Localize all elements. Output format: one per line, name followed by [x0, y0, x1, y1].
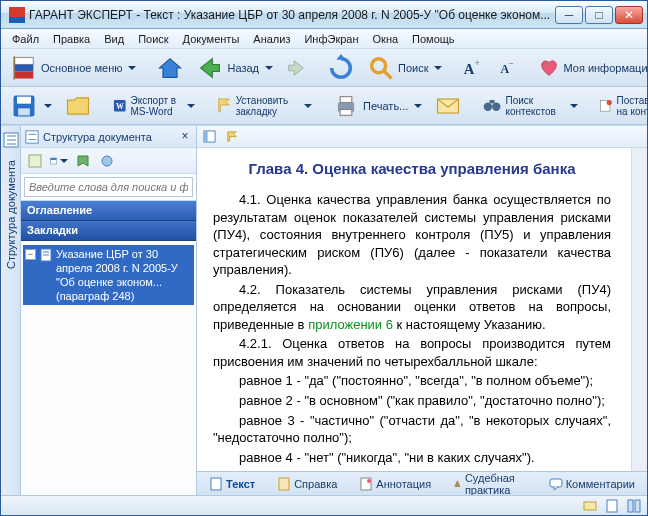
tab-reference[interactable]: Справка — [273, 475, 341, 493]
document-body[interactable]: Глава 4. Оценка качества управления банк… — [197, 148, 631, 471]
structure-panel-close[interactable]: × — [178, 130, 192, 144]
link-appendix-6a[interactable]: приложении 6 — [308, 317, 393, 332]
document-tabs: Текст Справка Аннотация Судебная практик… — [197, 471, 647, 495]
structure-panel: Структура документа × Оглавление Закладк… — [21, 126, 197, 495]
email-icon — [434, 92, 462, 120]
menu-help[interactable]: Помощь — [405, 31, 462, 47]
doc-tool-1[interactable] — [201, 129, 217, 145]
my-info-button[interactable]: Моя информация — [533, 52, 648, 84]
vertical-scrollbar[interactable] — [631, 148, 647, 471]
para-4-2: 4.2. Показатель системы управления риска… — [213, 281, 611, 334]
chapter-heading: Глава 4. Оценка качества управления банк… — [213, 160, 611, 177]
app-icon — [9, 7, 25, 23]
sp-tool-1[interactable] — [25, 151, 45, 171]
svg-rect-38 — [51, 158, 57, 160]
svg-rect-64 — [550, 479, 562, 487]
open-button[interactable] — [59, 90, 97, 122]
sp-tool-3[interactable] — [73, 151, 93, 171]
structure-search — [21, 174, 196, 201]
judicial-icon — [453, 477, 462, 491]
side-tab-strip: Структура документа — [1, 126, 21, 495]
app-window: ГАРАНТ ЭКСПЕРТ - Текст : Указание ЦБР от… — [0, 0, 648, 516]
document-mini-toolbar — [197, 126, 647, 148]
email-button[interactable] — [429, 90, 467, 122]
scale-eq4: равное 4 - "нет" ("никогда", "ни в каких… — [213, 449, 611, 467]
svg-rect-33 — [26, 130, 38, 142]
section-toc[interactable]: Оглавление — [21, 201, 196, 221]
svg-text:W: W — [116, 102, 124, 111]
tab-judicial[interactable]: Судебная практика — [449, 470, 531, 496]
svg-rect-3 — [15, 64, 34, 71]
sp-tool-4[interactable] — [97, 151, 117, 171]
tab-comments[interactable]: Комментарии — [545, 475, 639, 493]
svg-rect-15 — [17, 96, 31, 103]
font-larger-button[interactable]: A+ — [457, 52, 489, 84]
status-icon-2[interactable] — [605, 499, 619, 513]
svg-rect-4 — [15, 71, 34, 78]
search-label: Поиск — [398, 62, 428, 74]
menu-documents[interactable]: Документы — [176, 31, 247, 47]
status-icon-3[interactable] — [627, 499, 641, 513]
svg-rect-25 — [490, 100, 495, 103]
menu-analysis[interactable]: Анализ — [246, 31, 297, 47]
doc-tool-2[interactable] — [223, 129, 239, 145]
export-word-button[interactable]: W Экспорт в MS-Word — [107, 90, 200, 122]
search-button[interactable]: Поиск — [362, 52, 447, 84]
open-icon — [64, 92, 92, 120]
home-icon — [156, 54, 184, 82]
section-bookmarks[interactable]: Закладки — [21, 221, 196, 241]
structure-search-input[interactable] — [24, 177, 193, 197]
sp-tool-2[interactable] — [49, 151, 69, 171]
svg-point-6 — [372, 58, 386, 72]
menu-file[interactable]: Файл — [5, 31, 46, 47]
svg-rect-2 — [15, 57, 34, 64]
main-menu-button[interactable]: Основное меню — [5, 52, 141, 84]
tab-annotation[interactable]: Аннотация — [355, 475, 435, 493]
heart-icon — [538, 57, 560, 79]
maximize-button[interactable]: □ — [585, 6, 613, 24]
tree-expand-icon[interactable]: − — [25, 249, 36, 260]
forward-button[interactable] — [280, 52, 312, 84]
structure-icon — [25, 130, 39, 144]
menu-windows[interactable]: Окна — [366, 31, 406, 47]
word-icon: W — [112, 92, 128, 120]
font-plus-icon: A+ — [462, 57, 484, 79]
refresh-icon — [327, 54, 355, 82]
structure-tab-icon[interactable] — [3, 132, 19, 148]
close-button[interactable]: ✕ — [615, 6, 643, 24]
tree-item-label: Указание ЦБР от 30 апреля 2008 г. N 2005… — [56, 247, 192, 303]
save-button[interactable] — [5, 90, 57, 122]
status-icon-1[interactable] — [583, 499, 597, 513]
to-control-button[interactable]: Поставить на контроль — [593, 90, 648, 122]
svg-rect-67 — [628, 500, 633, 512]
toolbar-document: W Экспорт в MS-Word Установить закладку … — [1, 87, 647, 125]
search-contexts-button[interactable]: Поиск контекстов — [477, 90, 582, 122]
side-tab-label[interactable]: Структура документа — [5, 156, 17, 273]
menu-edit[interactable]: Правка — [46, 31, 97, 47]
menu-search[interactable]: Поиск — [131, 31, 175, 47]
menu-view[interactable]: Вид — [97, 31, 131, 47]
bookmark-flag-icon — [215, 92, 233, 120]
magnifier-icon — [367, 54, 395, 82]
flag-icon — [10, 54, 38, 82]
svg-point-24 — [492, 103, 500, 111]
para-4-1: 4.1. Оценка качества управления банка ос… — [213, 191, 611, 279]
back-arrow-icon — [196, 54, 224, 82]
minimize-button[interactable]: ─ — [555, 6, 583, 24]
set-bookmark-button[interactable]: Установить закладку — [210, 90, 318, 122]
tab-text[interactable]: Текст — [205, 475, 259, 493]
refresh-button[interactable] — [322, 52, 360, 84]
font-smaller-button[interactable]: A− — [491, 52, 523, 84]
back-button[interactable]: Назад — [191, 52, 278, 84]
svg-rect-16 — [18, 108, 30, 115]
print-button[interactable]: Печать... — [327, 90, 427, 122]
printer-icon — [332, 92, 360, 120]
svg-rect-68 — [635, 500, 640, 512]
title-bar: ГАРАНТ ЭКСПЕРТ - Текст : Указание ЦБР от… — [1, 1, 647, 29]
home-button[interactable] — [151, 52, 189, 84]
menu-infscreen[interactable]: ИнфЭкран — [297, 31, 365, 47]
structure-panel-tools — [21, 148, 196, 174]
tree-item[interactable]: − Указание ЦБР от 30 апреля 2008 г. N 20… — [23, 245, 194, 305]
svg-text:−: − — [509, 59, 514, 68]
document-icon — [39, 248, 53, 262]
